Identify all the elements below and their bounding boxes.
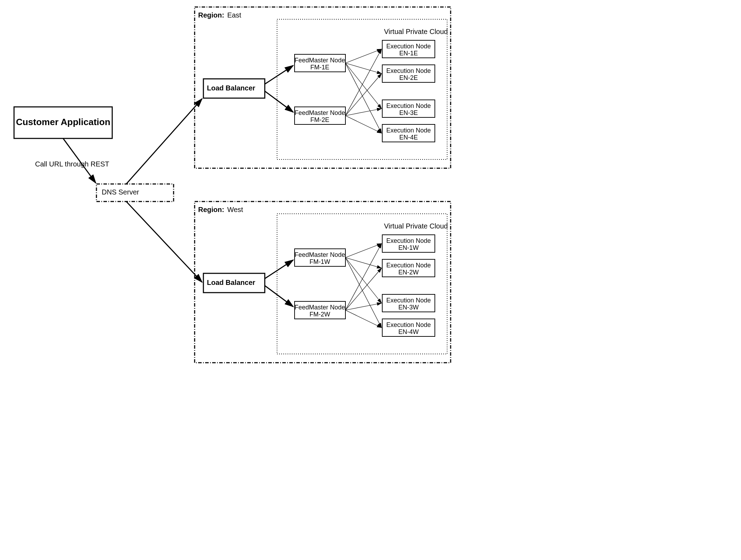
arrow-fm2-en4-west [345,310,382,328]
execution-node-east-2-title: Execution Node [386,67,431,74]
execution-node-east-1-id: EN-1E [399,50,418,57]
arrow-fm2-en4-east [345,116,382,133]
load-balancer-west-label: Load Balancer [207,279,255,286]
arrow-lb-fm1-east [265,66,293,84]
load-balancer-east: Load Balancer [203,79,265,98]
arrow-lb-fm2-east [265,91,293,112]
load-balancer-west: Load Balancer [203,273,265,293]
region-east: Region: East Load Balancer Virtual Priva… [195,7,451,168]
execution-node-east-3-title: Execution Node [386,102,431,109]
execution-node-east-1: Execution Node EN-1E [382,40,435,58]
feedmaster-west-1: FeedMaster Node FM-1W [295,249,345,266]
arrow-fm1-en4-west [345,258,382,328]
region-east-name: East [227,11,241,19]
feedmaster-east-2-title: FeedMaster Node [295,109,345,116]
arrow-fm2-en3-east [345,109,382,116]
arrow-lb-fm2-west [265,286,293,307]
arrow-fm1-en2-west [345,258,382,268]
execution-node-east-2: Execution Node EN-2E [382,65,435,82]
execution-node-east-3: Execution Node EN-3E [382,100,435,117]
execution-node-east-4: Execution Node EN-4E [382,124,435,142]
feedmaster-west-1-id: FM-1W [310,258,330,265]
execution-node-east-3-id: EN-3E [399,109,418,116]
feedmaster-west-2-id: FM-2W [310,311,330,318]
execution-node-west-4-title: Execution Node [386,321,431,328]
execution-node-east-4-id: EN-4E [399,134,418,141]
execution-node-west-3: Execution Node EN-3W [382,294,435,312]
arrow-lb-fm1-west [265,260,293,279]
arrow-fm2-en1-east [345,49,382,116]
feedmaster-east-1-id: FM-1E [310,64,329,71]
svg-text:Region:
      East: Region: East [198,11,241,19]
execution-node-east-2-id: EN-2E [399,74,418,81]
feedmaster-west-1-title: FeedMaster Node [295,251,345,258]
execution-node-west-2-id: EN-2W [398,269,419,276]
arrow-fm1-en1-west [345,244,382,258]
execution-node-west-1-title: Execution Node [386,237,431,244]
call-url-label: Call URL through REST [35,160,109,168]
feedmaster-east-2-id: FM-2E [310,116,329,123]
vpc-west-label: Virtual Private Cloud [384,222,448,230]
vpc-west: Virtual Private Cloud FeedMaster Node FM… [277,214,448,354]
customer-application-label: Customer Application [16,117,110,127]
feedmaster-east-2: FeedMaster Node FM-2E [295,107,345,124]
arrow-fm1-en1-east [345,49,382,63]
execution-node-east-4-title: Execution Node [386,127,431,134]
load-balancer-east-label: Load Balancer [207,84,255,92]
execution-node-west-3-title: Execution Node [386,297,431,304]
arrow-fm2-en1-west [345,244,382,310]
arrow-fm2-en2-west [345,268,382,310]
svg-text:Region:
      West: Region: West [198,205,243,213]
arrow-dns-to-lb-west [126,202,202,282]
execution-node-west-2-title: Execution Node [386,262,431,269]
region-west-name: West [227,206,243,213]
dns-server-label: DNS Server [102,188,139,196]
execution-node-west-1-id: EN-1W [398,244,419,251]
customer-application-box: Customer Application [14,107,112,138]
execution-node-east-1-title: Execution Node [386,43,431,50]
arrow-fm1-en3-east [345,63,382,109]
arrow-fm1-en3-west [345,258,382,303]
feedmaster-east-1: FeedMaster Node FM-1E [295,54,345,72]
arrow-dns-to-lb-east [126,99,202,184]
arrow-fm1-en4-east [345,63,382,133]
dns-server-box: DNS Server [96,184,174,202]
execution-node-west-4-id: EN-4W [398,328,419,335]
execution-node-west-2: Execution Node EN-2W [382,259,435,277]
execution-node-west-1: Execution Node EN-1W [382,235,435,252]
execution-node-west-4: Execution Node EN-4W [382,319,435,336]
feedmaster-west-2: FeedMaster Node FM-2W [295,301,345,319]
vpc-east: Virtual Private Cloud FeedMaster Node FM… [277,19,448,159]
execution-node-west-3-id: EN-3W [398,304,419,311]
arrow-fm2-en3-west [345,303,382,310]
arrow-fm1-en2-east [345,63,382,74]
vpc-east-label: Virtual Private Cloud [384,28,448,35]
arrow-fm2-en2-east [345,74,382,116]
feedmaster-east-1-title: FeedMaster Node [295,57,345,64]
region-west: Region: West Load Balancer Virtual Priva… [195,202,451,363]
region-east-prefix: Region: [198,11,224,19]
feedmaster-west-2-title: FeedMaster Node [295,304,345,311]
region-west-prefix: Region: [198,206,224,213]
